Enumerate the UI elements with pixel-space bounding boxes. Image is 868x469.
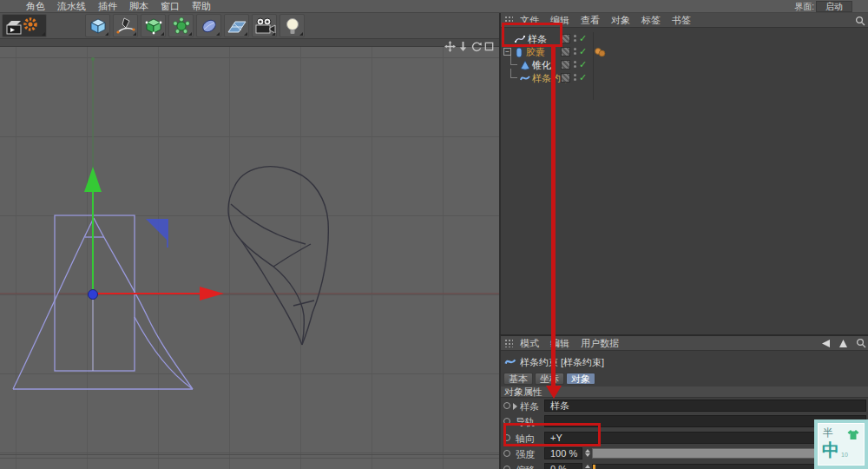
menu-character[interactable]: 角色 — [26, 0, 45, 13]
viewport-nav-icons — [444, 41, 495, 52]
offset-value-field[interactable]: 0 % — [544, 463, 582, 469]
history-back-icon[interactable] — [820, 339, 831, 348]
main-menubar: 角色 流水线 插件 脚本 窗口 帮助 界面: 启动 — [0, 0, 868, 13]
tree-item-label: 胶囊 — [526, 46, 545, 58]
am-menu-mode[interactable]: 模式 — [520, 337, 539, 350]
property-row-spline: 样条 样条 — [501, 400, 868, 413]
value-stepper[interactable] — [584, 464, 591, 469]
render-settings-button[interactable] — [2, 14, 47, 37]
om-menu-tags[interactable]: 标签 — [641, 14, 661, 27]
menu-plugins[interactable]: 插件 — [98, 0, 117, 13]
watermark-char-bottom: 中 — [822, 439, 839, 462]
strength-slider[interactable] — [592, 448, 823, 459]
tree-item-capsule[interactable]: − 胶囊 ✓ — [501, 46, 868, 58]
floor-object-button[interactable] — [224, 14, 249, 37]
camera-object-icon — [253, 17, 276, 36]
tree-branch — [510, 69, 517, 78]
menu-window[interactable]: 窗口 — [161, 0, 180, 13]
spline-object-wireframe — [228, 167, 328, 345]
menu-script[interactable]: 脚本 — [129, 0, 148, 13]
visibility-toggles[interactable] — [574, 47, 577, 56]
light-object-button[interactable] — [279, 14, 305, 37]
spline-pen-button[interactable] — [113, 14, 138, 37]
property-row-offset: 偏移 0 % — [501, 463, 868, 469]
rotate-icon[interactable] — [470, 41, 482, 52]
tree-item-spline-wrap[interactable]: 样条约束 ✓ — [501, 72, 868, 84]
spline-wrap-icon — [520, 73, 530, 85]
property-label: 样条 — [520, 400, 539, 413]
array-generator-icon — [172, 17, 191, 36]
subdivision-surface-icon — [144, 17, 163, 36]
viewport-canvas — [0, 39, 499, 469]
slider-thumb[interactable] — [593, 465, 595, 469]
collapse-expander[interactable]: − — [503, 48, 511, 56]
dolly-icon[interactable] — [457, 41, 469, 52]
attribute-manager-menubar: 模式 编辑 用户数据 — [501, 336, 868, 351]
layer-swatch[interactable] — [561, 60, 570, 69]
menu-pipeline[interactable]: 流水线 — [57, 0, 86, 13]
visibility-toggles[interactable] — [574, 34, 577, 43]
viewport-titlebar — [0, 39, 499, 47]
taper-icon — [520, 60, 530, 72]
expand-triangle-icon[interactable] — [513, 403, 517, 410]
enable-check-icon[interactable]: ✓ — [579, 33, 587, 44]
tab-basic[interactable]: 基本 — [503, 373, 533, 385]
camera-object-button[interactable] — [252, 14, 277, 37]
enable-check-icon[interactable]: ✓ — [579, 46, 587, 57]
menu-help[interactable]: 帮助 — [192, 0, 211, 13]
main-toolbar — [0, 13, 499, 39]
z-axis-handle[interactable] — [146, 219, 168, 241]
pan-icon[interactable] — [444, 41, 456, 52]
annotation-arrow-shaft — [551, 47, 556, 387]
tshirt-icon — [847, 429, 859, 440]
watermark: 半 中 10 — [814, 419, 868, 469]
tree-item-label: 锥化 — [532, 59, 551, 71]
am-menu-userdata[interactable]: 用户数据 — [581, 337, 619, 350]
offset-slider[interactable] — [592, 464, 823, 469]
tree-branch — [510, 56, 517, 65]
keyframe-circle-icon[interactable] — [503, 402, 510, 409]
floor-object-icon — [227, 17, 247, 36]
enable-check-icon[interactable]: ✓ — [579, 59, 587, 70]
cube-primitive-button[interactable] — [85, 14, 110, 37]
viewport[interactable] — [0, 39, 499, 469]
subdivision-surface-button[interactable] — [141, 14, 166, 37]
attribute-title-row: 样条约束 [样条约束] — [501, 355, 868, 368]
capsule-wireframe — [13, 215, 193, 389]
interface-dropdown[interactable]: 启动 — [816, 1, 852, 12]
render-settings-icon — [4, 16, 44, 36]
array-generator-button[interactable] — [168, 14, 194, 37]
property-label: 偏移 — [516, 464, 535, 469]
origin-point[interactable] — [89, 290, 98, 300]
world-y-axis-end — [91, 57, 95, 61]
spline-pen-icon — [116, 17, 135, 36]
tab-coordinates[interactable]: 坐标 — [535, 373, 564, 385]
keyframe-circle-icon[interactable] — [503, 450, 510, 457]
tree-item-taper[interactable]: 锥化 ✓ — [501, 59, 868, 71]
visibility-toggles[interactable] — [574, 73, 577, 83]
cube-primitive-icon — [89, 17, 108, 36]
om-menu-objects[interactable]: 对象 — [611, 14, 630, 27]
phong-tag-icon[interactable] — [594, 47, 606, 59]
c4d-window: 角色 流水线 插件 脚本 窗口 帮助 界面: 启动 — [0, 0, 868, 469]
strength-value-field[interactable]: 100 % — [544, 447, 582, 459]
annotation-arrow-head — [546, 386, 562, 399]
search-icon[interactable] — [855, 16, 865, 26]
keyframe-circle-icon[interactable] — [503, 466, 510, 469]
layer-swatch[interactable] — [561, 47, 570, 56]
search-icon[interactable] — [856, 338, 866, 348]
enable-check-icon[interactable]: ✓ — [579, 72, 587, 83]
spline-link-field[interactable]: 样条 — [544, 400, 866, 412]
value-stepper[interactable] — [584, 448, 591, 459]
maximize-view-icon[interactable] — [483, 41, 495, 52]
light-object-icon — [283, 17, 302, 36]
visibility-toggles[interactable] — [574, 60, 577, 69]
om-menu-view[interactable]: 查看 — [581, 14, 600, 27]
tab-object[interactable]: 对象 — [566, 373, 595, 385]
layer-swatch[interactable] — [561, 73, 570, 83]
om-menu-bookmarks[interactable]: 书签 — [672, 14, 691, 27]
bend-deformer-button[interactable] — [196, 14, 221, 37]
history-up-icon[interactable] — [838, 339, 848, 348]
panel-grip-icon[interactable] — [504, 339, 513, 347]
axis-gizmo[interactable] — [84, 167, 224, 301]
